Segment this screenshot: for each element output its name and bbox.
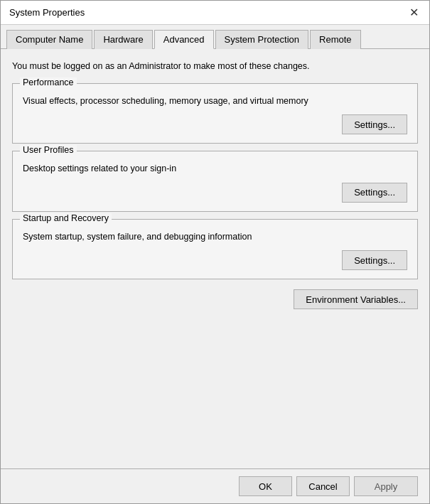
tab-remote[interactable]: Remote	[310, 30, 361, 49]
startup-recovery-button-row: Settings...	[23, 250, 407, 270]
performance-settings-button[interactable]: Settings...	[342, 114, 407, 134]
tab-advanced[interactable]: Advanced	[154, 30, 214, 49]
startup-recovery-settings-button[interactable]: Settings...	[342, 250, 407, 270]
window-title: System Properties	[9, 7, 85, 18]
performance-button-row: Settings...	[23, 114, 407, 134]
user-profiles-group: User Profiles Desktop settings related t…	[12, 151, 418, 212]
env-variables-row: Environment Variables...	[12, 286, 418, 312]
user-profiles-group-title: User Profiles	[20, 145, 77, 155]
user-profiles-description: Desktop settings related to your sign-in	[23, 163, 407, 176]
tab-bar: Computer Name Hardware Advanced System P…	[1, 25, 429, 49]
bottom-bar: OK Cancel Apply	[1, 468, 429, 503]
title-bar: System Properties ✕	[1, 1, 429, 25]
tab-hardware[interactable]: Hardware	[94, 30, 152, 49]
tab-system-protection[interactable]: System Protection	[215, 30, 309, 49]
performance-group-title: Performance	[20, 77, 77, 87]
admin-notice: You must be logged on as an Administrato…	[12, 58, 418, 76]
performance-description: Visual effects, processor scheduling, me…	[23, 95, 407, 108]
cancel-button[interactable]: Cancel	[296, 476, 350, 496]
startup-recovery-group-title: Startup and Recovery	[20, 213, 112, 223]
performance-group: Performance Visual effects, processor sc…	[12, 83, 418, 144]
apply-button[interactable]: Apply	[354, 476, 418, 496]
close-button[interactable]: ✕	[407, 6, 421, 20]
user-profiles-settings-button[interactable]: Settings...	[342, 183, 407, 203]
user-profiles-button-row: Settings...	[23, 183, 407, 203]
startup-recovery-description: System startup, system failure, and debu…	[23, 231, 407, 244]
ok-button[interactable]: OK	[239, 476, 292, 496]
tab-computer-name[interactable]: Computer Name	[6, 30, 92, 49]
content-area: You must be logged on as an Administrato…	[1, 49, 429, 468]
system-properties-dialog: System Properties ✕ Computer Name Hardwa…	[0, 0, 430, 504]
environment-variables-button[interactable]: Environment Variables...	[294, 289, 418, 309]
startup-recovery-group: Startup and Recovery System startup, sys…	[12, 219, 418, 280]
